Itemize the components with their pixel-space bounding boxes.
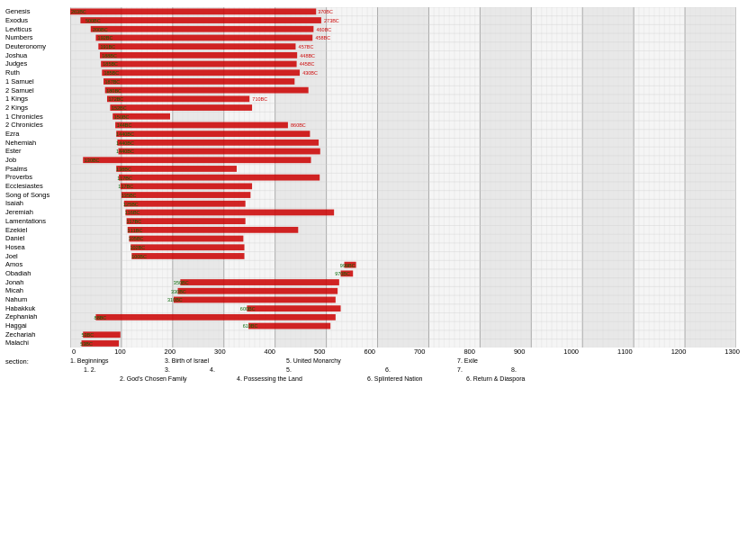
book-label: Nahum xyxy=(5,295,70,304)
book-label: 2 Samuel xyxy=(5,86,70,95)
section-label: 5. xyxy=(286,366,292,373)
book-label: Leviticus xyxy=(5,24,70,33)
book-label: Malachi xyxy=(5,339,70,348)
book-label: Proverbs xyxy=(5,173,70,182)
section-label: 6. Splintered Nation xyxy=(367,375,422,382)
book-label: 1 Kings xyxy=(5,95,70,104)
book-label: Isaiah xyxy=(5,199,70,208)
x-axis-value: 800 xyxy=(464,348,475,356)
book-label: Amos xyxy=(5,260,70,269)
book-label: Song of Songs xyxy=(5,190,70,199)
section-label: 6. xyxy=(385,366,391,373)
section-label: 5. United Monarchy xyxy=(286,357,341,364)
section-label: 7. Exile xyxy=(457,357,478,364)
book-label: Micah xyxy=(5,286,70,295)
x-axis-value: 0 xyxy=(72,348,76,356)
x-axis-value: 200 xyxy=(165,348,176,356)
book-label: Genesis xyxy=(5,7,70,16)
x-axis-value: 1300 xyxy=(724,348,740,356)
x-axis-row: 0100200300400500600700800900100011001200… xyxy=(5,348,742,356)
section-label: 3. xyxy=(165,366,170,373)
book-label: Ruth xyxy=(5,68,70,77)
x-axis-value: 300 xyxy=(214,348,226,356)
x-axis-value: 1100 xyxy=(617,348,633,356)
book-label: Joel xyxy=(5,251,70,260)
section-label: 7. xyxy=(457,366,463,373)
book-label: Hosea xyxy=(5,243,70,252)
sections-area: section: 1. Beginnings3. Birth of Israel… xyxy=(5,357,742,386)
book-label: Ezekiel xyxy=(5,225,70,234)
x-axis-value: 400 xyxy=(265,348,276,356)
x-axis-value: 1000 xyxy=(563,348,579,356)
section-spacer: section: xyxy=(5,357,70,386)
book-label: Ecclesiastes xyxy=(5,182,70,191)
section-label: 6. Return & Diaspora xyxy=(466,375,525,382)
x-axis-value: 500 xyxy=(314,348,326,356)
x-axis-value: 100 xyxy=(114,348,126,356)
book-label: Daniel xyxy=(5,234,70,243)
book-label: Lamentations xyxy=(5,217,70,226)
book-label: 1 Chronicles xyxy=(5,112,70,121)
book-label: Exodus xyxy=(5,16,70,25)
book-label: Judges xyxy=(5,59,70,68)
book-label: Obadiah xyxy=(5,269,70,278)
section-label: 2. God's Chosen Family xyxy=(120,375,186,382)
book-label: Nehemiah xyxy=(5,138,70,147)
book-label: Zechariah xyxy=(5,330,70,339)
section-label: 8. xyxy=(511,366,517,373)
book-label: 1 Samuel xyxy=(5,77,70,86)
book-label: Jeremiah xyxy=(5,208,70,217)
book-label: Haggai xyxy=(5,321,70,330)
book-label: Numbers xyxy=(5,33,70,42)
section-label: 4. xyxy=(210,366,215,373)
book-label: Jonah xyxy=(5,277,70,286)
book-label: Job xyxy=(5,156,70,165)
section-label: 3. Birth of Israel xyxy=(165,357,209,364)
book-label: Ezra xyxy=(5,130,70,139)
book-label: Habakkuk xyxy=(5,303,70,312)
book-label: 2 Chronicles xyxy=(5,121,70,130)
book-label: Ester xyxy=(5,147,70,156)
x-axis-value: 600 xyxy=(364,348,375,356)
x-axis-value: 1200 xyxy=(671,348,687,356)
chart-grid: 263BC500BC200BC192BC191BC188BC185BC185BC… xyxy=(70,7,742,348)
book-labels: GenesisExodusLeviticusNumbersDeuteronomy… xyxy=(5,7,70,348)
book-label: 2 Kings xyxy=(5,104,70,113)
x-axis-value: 900 xyxy=(514,348,526,356)
section-label: 1. 2. xyxy=(84,366,96,373)
book-label: Deuteronomy xyxy=(5,42,70,51)
sections-labels: 1. Beginnings3. Birth of Israel5. United… xyxy=(70,357,742,386)
book-label: Joshua xyxy=(5,50,70,59)
x-axis-labels: 0100200300400500600700800900100011001200… xyxy=(70,348,742,356)
section-label: 4. Possessing the Land xyxy=(237,375,302,382)
book-label: Psalms xyxy=(5,164,70,173)
book-label: Zephaniah xyxy=(5,312,70,321)
x-axis-value: 700 xyxy=(414,348,426,356)
section-label: 1. Beginnings xyxy=(70,357,108,364)
